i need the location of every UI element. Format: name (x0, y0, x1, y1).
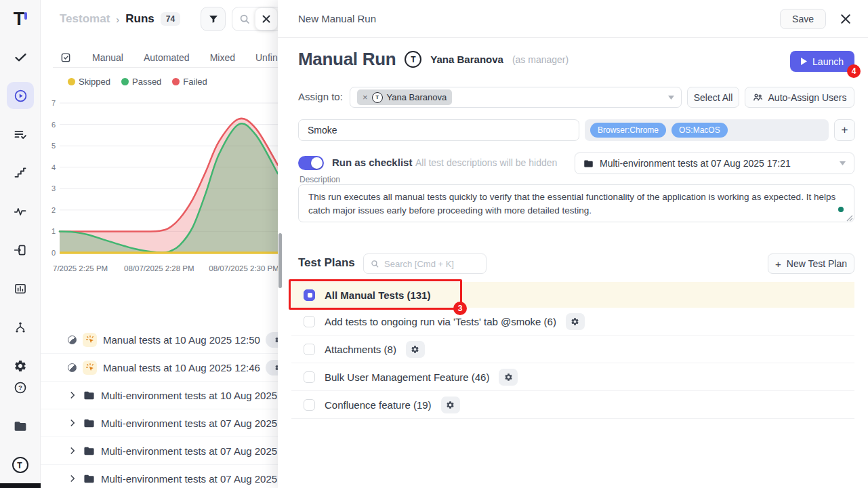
assign-to-label: Assign to: (298, 91, 343, 102)
sidebar-item-test-plans[interactable] (7, 121, 34, 148)
test-plans-title: Test Plans (298, 256, 355, 270)
manager-avatar: T (405, 51, 421, 68)
select-all-button[interactable]: Select All (687, 87, 739, 108)
users-icon (753, 92, 763, 102)
plan-checkbox[interactable] (304, 399, 315, 411)
chevron-down-icon (668, 96, 674, 100)
sign-in-box-icon (14, 243, 27, 257)
launch-button[interactable]: Launch 4 (790, 51, 854, 72)
test-plans-list: All Manual Tests (131) Add tests to ongo… (291, 282, 854, 419)
remove-assignee-icon[interactable]: × (363, 93, 368, 102)
tab-mixed[interactable]: Mixed (210, 52, 235, 63)
list-check-icon (14, 127, 27, 141)
run-status-icon (68, 363, 77, 372)
folder-icon (83, 473, 95, 485)
search-clear-button[interactable] (255, 7, 278, 30)
sidebar-item-help[interactable]: ? (7, 374, 34, 401)
folder-icon (83, 445, 95, 457)
sidebar-item-runs[interactable] (7, 82, 34, 109)
sidebar-item-tests[interactable] (7, 43, 34, 70)
search-icon (239, 14, 251, 25)
run-label: Multi-environment tests at 07 Aug 2025 (101, 473, 277, 485)
steps-icon (14, 166, 27, 180)
chevron-right-icon[interactable] (68, 446, 77, 455)
auto-assign-users-button[interactable]: Auto-Assign Users (745, 87, 854, 108)
play-circle-icon (14, 89, 28, 103)
legend-item-skipped: Skipped (68, 77, 110, 87)
plan-checkbox[interactable] (304, 316, 315, 327)
tag-browser-chrome[interactable]: Browser:Chrome (590, 123, 666, 138)
test-plan-row[interactable]: All Manual Tests (131) (291, 282, 854, 308)
tag-os-macos[interactable]: OS:MacOS (671, 123, 728, 138)
test-plans-search[interactable] (363, 253, 487, 274)
plan-settings-button[interactable] (499, 369, 518, 386)
resize-handle[interactable] (846, 215, 853, 222)
svg-text:5: 5 (51, 142, 56, 150)
test-plan-row[interactable]: Confluence feature (19) (291, 391, 854, 419)
svg-text:08/07/2025 2:30 PM: 08/07/2025 2:30 PM (209, 264, 279, 272)
scrollbar-thumb[interactable] (278, 233, 282, 288)
chevron-right-icon[interactable] (68, 474, 77, 483)
chart-legend: Skipped Passed Failed (68, 77, 207, 87)
chevron-right-icon[interactable] (68, 418, 77, 428)
test-plan-row[interactable]: Attachments (8) (291, 336, 854, 363)
description-label: Description (299, 175, 340, 184)
plan-label: Bulk User Management Feature (46) (325, 371, 489, 383)
app-logo[interactable]: T (0, 5, 41, 33)
autosave-indicator-dot (838, 207, 844, 212)
run-as-checklist-toggle[interactable] (298, 156, 324, 170)
manual-run-icon (83, 361, 97, 375)
sidebar-item-reports[interactable] (7, 275, 34, 302)
sidebar-item-projects[interactable] (7, 413, 34, 440)
modal-close-button[interactable] (840, 13, 852, 25)
assignee-name: Yana Baranova (387, 92, 447, 102)
sidebar-item-branches[interactable] (7, 314, 34, 341)
plan-checkbox[interactable] (304, 289, 315, 301)
pulse-icon (14, 205, 27, 218)
plan-label: Attachments (8) (325, 344, 396, 355)
test-plans-search-input[interactable] (384, 259, 472, 269)
skipped-dot (68, 78, 75, 85)
sidebar-user-avatar[interactable]: T (7, 451, 34, 479)
description-textarea[interactable]: This run executes all manual tests quick… (298, 184, 854, 222)
plan-settings-button[interactable] (441, 396, 460, 413)
tutorial-step-4-badge: 4 (847, 64, 861, 78)
assignees-select[interactable]: × T Yana Baranova (350, 87, 682, 108)
logo-letter: T (14, 9, 24, 30)
breadcrumb-current: Runs (125, 12, 154, 26)
run-label: Multi-environment tests at 07 Aug 2025 (101, 445, 277, 457)
sidebar-item-pull-requests[interactable] (7, 237, 34, 264)
chevron-down-icon (840, 161, 846, 165)
new-test-plan-button[interactable]: + New Test Plan (768, 253, 854, 274)
svg-text:3: 3 (51, 184, 56, 192)
sidebar-item-analytics[interactable] (7, 198, 34, 225)
plan-checkbox[interactable] (304, 371, 315, 383)
tab-automated[interactable]: Automated (144, 52, 190, 63)
app-window: T (0, 0, 868, 488)
manager-name: Yana Baranova (430, 54, 503, 65)
test-plan-row[interactable]: Bulk User Management Feature (46) (291, 363, 854, 391)
select-all-runs-icon[interactable] (60, 52, 72, 64)
tab-manual[interactable]: Manual (92, 52, 123, 63)
run-title-input[interactable] (298, 119, 579, 141)
plan-label: All Manual Tests (131) (325, 289, 430, 301)
assignee-chip: × T Yana Baranova (357, 89, 452, 105)
assignee-avatar: T (372, 92, 383, 103)
folder-select[interactable]: Multi-environment tests at 07 Aug 2025 1… (575, 152, 854, 174)
plan-label: Add tests to ongoing run via 'Tests' tab… (325, 316, 556, 327)
chevron-right-icon[interactable] (68, 390, 77, 400)
runs-tab-bar: Manual Automated Mixed Unfinished (60, 47, 300, 67)
sidebar-item-milestones[interactable] (7, 159, 34, 186)
save-button[interactable]: Save (780, 9, 826, 29)
breadcrumb-project[interactable]: Testomat (60, 12, 110, 26)
plan-settings-button[interactable] (566, 313, 585, 330)
legend-item-passed: Passed (121, 77, 161, 87)
test-plan-row[interactable]: Add tests to ongoing run via 'Tests' tab… (291, 308, 854, 336)
add-tag-button[interactable]: + (834, 119, 855, 141)
plan-settings-button[interactable] (406, 341, 425, 358)
checklist-hint: All test descriptions will be hidden (415, 157, 557, 168)
folder-icon (14, 420, 27, 433)
plan-checkbox[interactable] (304, 344, 315, 355)
filter-button[interactable] (201, 7, 226, 31)
page-title: Manual Run (298, 49, 396, 70)
